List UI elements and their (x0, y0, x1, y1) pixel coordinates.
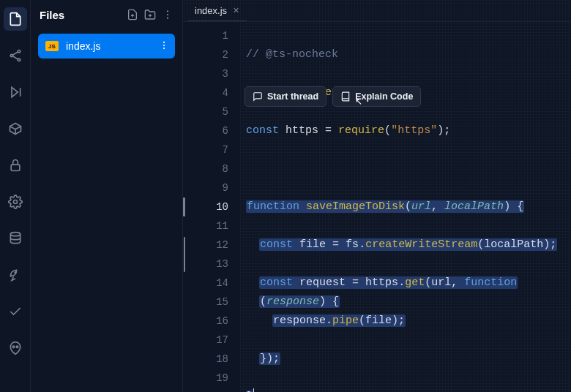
code-content[interactable]: // @ts-nocheck const fs = require("fs");… (240, 22, 571, 392)
editor-area: index.js ✕ 1 2 3 4 5 6 7 8 9 10 11 12 13… (183, 0, 571, 392)
file-item-more-icon[interactable] (159, 40, 169, 53)
line-number-gutter: 1 2 3 4 5 6 7 8 9 10 11 12 13 14 15 16 1… (183, 22, 240, 392)
line-number: 9 (183, 178, 240, 197)
activity-lock-icon[interactable] (4, 154, 27, 177)
activity-package-icon[interactable] (4, 117, 27, 140)
activity-database-icon[interactable] (4, 227, 27, 250)
svg-point-9 (13, 200, 17, 204)
line-number: 15 (183, 293, 240, 312)
thread-icon (253, 91, 263, 102)
files-panel-header: Files (31, 0, 182, 29)
line-number: 5 (183, 102, 240, 121)
gutter-active-marker (183, 197, 185, 216)
line-number: 7 (183, 140, 240, 159)
line-number: 14 (183, 274, 240, 293)
activity-alien-icon[interactable] (4, 336, 27, 360)
svg-line-3 (12, 52, 18, 55)
code-editor[interactable]: 1 2 3 4 5 6 7 8 9 10 11 12 13 14 15 16 1… (183, 22, 571, 392)
explain-code-label: Explain Code (355, 91, 413, 102)
line-number: 19 (183, 369, 240, 388)
file-js-badge-icon: JS (45, 41, 59, 51)
editor-tab-bar: index.js ✕ (183, 0, 571, 22)
line-number: 2 (183, 45, 240, 64)
activity-check-icon[interactable] (4, 300, 27, 323)
line-number: 11 (183, 216, 240, 235)
explain-code-button[interactable]: Explain Code (332, 86, 421, 107)
inline-context-menu: Start thread Explain Code (245, 86, 421, 107)
panel-resize-handle[interactable] (184, 237, 185, 272)
line-number: 16 (183, 312, 240, 331)
svg-line-4 (12, 56, 18, 59)
new-file-icon[interactable] (127, 9, 138, 20)
line-number: 6 (183, 121, 240, 140)
svg-point-20 (167, 18, 168, 19)
svg-point-1 (10, 54, 12, 56)
svg-point-21 (163, 41, 165, 42)
files-panel: Files JS index.js (31, 0, 183, 392)
activity-settings-icon[interactable] (4, 190, 27, 214)
file-tree-item-label: index.js (66, 40, 100, 52)
activity-deploy-icon[interactable] (4, 263, 27, 287)
start-thread-button[interactable]: Start thread (245, 86, 326, 107)
svg-marker-5 (12, 87, 18, 97)
line-number: 18 (183, 350, 240, 369)
line-number: 10 (183, 197, 240, 216)
editor-tab[interactable]: index.js ✕ (187, 0, 247, 21)
line-number: 17 (183, 331, 240, 350)
activity-run-icon[interactable] (4, 80, 27, 104)
activity-files-icon[interactable] (4, 7, 27, 31)
svg-point-18 (167, 10, 168, 12)
file-tree-item[interactable]: JS index.js (38, 34, 175, 59)
svg-point-23 (163, 48, 165, 49)
activity-share-icon[interactable] (4, 44, 27, 67)
svg-point-0 (18, 50, 20, 53)
svg-rect-8 (11, 165, 20, 170)
svg-point-19 (167, 14, 168, 15)
svg-point-22 (163, 44, 165, 45)
text-caret (253, 388, 254, 392)
new-folder-icon[interactable] (144, 9, 156, 20)
line-number: 1 (183, 26, 240, 45)
line-number: 13 (183, 255, 240, 274)
svg-point-11 (15, 272, 16, 274)
svg-point-13 (16, 346, 18, 348)
tab-close-icon[interactable]: ✕ (233, 6, 239, 15)
book-icon (340, 91, 351, 102)
line-number: 4 (183, 83, 240, 102)
files-panel-title: Files (40, 9, 121, 21)
svg-point-10 (10, 233, 20, 236)
start-thread-label: Start thread (267, 91, 318, 102)
editor-tab-label: index.js (195, 5, 227, 16)
activity-bar (0, 0, 31, 392)
line-number: 8 (183, 159, 240, 178)
svg-point-2 (18, 59, 20, 61)
svg-point-12 (12, 346, 15, 348)
line-number: 12 (183, 235, 240, 255)
line-number: 3 (183, 64, 240, 83)
files-panel-more-icon[interactable] (162, 9, 173, 20)
